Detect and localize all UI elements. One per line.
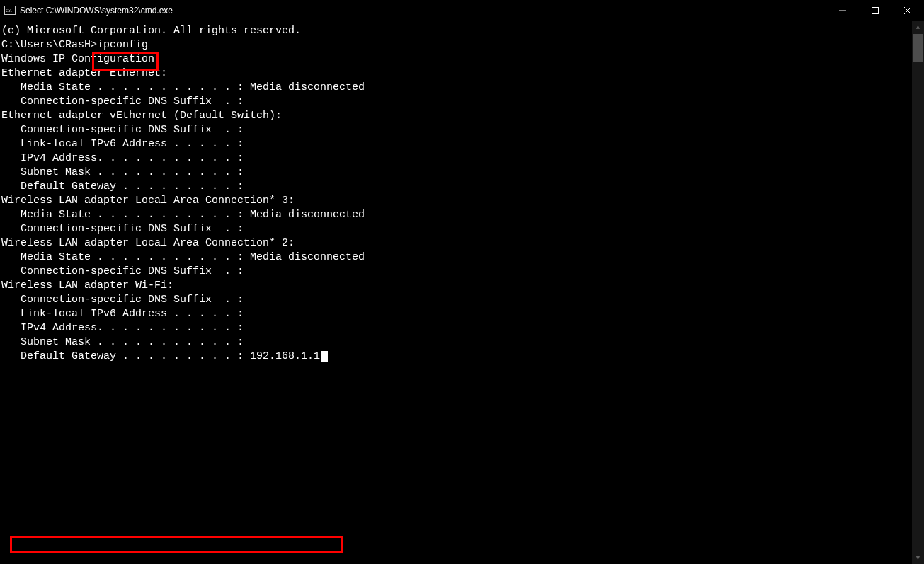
adapter-property: Connection-specific DNS Suffix . :	[1, 222, 924, 236]
adapter-property: Connection-specific DNS Suffix . :	[1, 123, 924, 137]
cmd-window: C:\ Select C:\WINDOWS\system32\cmd.exe (…	[0, 0, 924, 564]
adapter-property: IPv4 Address. . . . . . . . . . . :	[1, 151, 924, 166]
adapter-property: IPv4 Address. . . . . . . . . . . :	[1, 321, 924, 335]
scrollbar-thumb[interactable]	[913, 34, 923, 62]
terminal-output[interactable]: (c) Microsoft Corporation. All rights re…	[0, 21, 924, 564]
cmd-icon: C:\	[4, 5, 16, 16]
scrollbar[interactable]: ▲ ▼	[912, 21, 924, 564]
adapter-property: Connection-specific DNS Suffix . :	[1, 265, 924, 279]
copyright-line: (c) Microsoft Corporation. All rights re…	[1, 24, 924, 38]
adapter-property: Connection-specific DNS Suffix . :	[1, 293, 924, 307]
gateway-value: 192.168.1.1	[250, 350, 320, 362]
prompt-prefix: C:\Users\CRasH>	[1, 39, 97, 51]
adapter-property: Subnet Mask . . . . . . . . . . . :	[1, 166, 924, 180]
svg-rect-3	[872, 8, 879, 14]
minimize-button[interactable]	[826, 0, 859, 21]
cursor	[321, 351, 328, 362]
adapter-title: Wireless LAN adapter Local Area Connecti…	[1, 236, 924, 251]
adapter-property: Subnet Mask . . . . . . . . . . . :	[1, 335, 924, 350]
typed-command: ipconfig	[97, 39, 148, 51]
window-controls	[826, 0, 924, 21]
scroll-up-icon[interactable]: ▲	[912, 21, 924, 33]
adapter-title: Wireless LAN adapter Wi-Fi:	[1, 279, 924, 293]
adapter-property: Connection-specific DNS Suffix . :	[1, 95, 924, 109]
adapter-title: Wireless LAN adapter Local Area Connecti…	[1, 194, 924, 208]
ipconfig-header: Windows IP Configuration	[1, 52, 924, 67]
adapter-property: Default Gateway . . . . . . . . . :	[1, 180, 924, 194]
adapter-property: Link-local IPv6 Address . . . . . :	[1, 307, 924, 321]
scroll-down-icon[interactable]: ▼	[912, 552, 924, 564]
adapter-property: Link-local IPv6 Address . . . . . :	[1, 137, 924, 151]
adapter-property: Media State . . . . . . . . . . . : Medi…	[1, 81, 924, 95]
adapter-property: Media State . . . . . . . . . . . : Medi…	[1, 208, 924, 222]
gateway-label: Default Gateway . . . . . . . . . :	[1, 350, 250, 362]
default-gateway-line: Default Gateway . . . . . . . . . : 192.…	[1, 350, 924, 364]
titlebar[interactable]: C:\ Select C:\WINDOWS\system32\cmd.exe	[0, 0, 924, 21]
adapter-title: Ethernet adapter vEthernet (Default Swit…	[1, 109, 924, 123]
adapter-property: Media State . . . . . . . . . . . : Medi…	[1, 251, 924, 265]
adapter-title: Ethernet adapter Ethernet:	[1, 67, 924, 81]
svg-text:C:\: C:\	[6, 8, 12, 13]
prompt-line: C:\Users\CRasH>ipconfig	[1, 38, 924, 52]
close-button[interactable]	[891, 0, 924, 21]
window-title: Select C:\WINDOWS\system32\cmd.exe	[20, 6, 173, 16]
maximize-button[interactable]	[859, 0, 891, 21]
